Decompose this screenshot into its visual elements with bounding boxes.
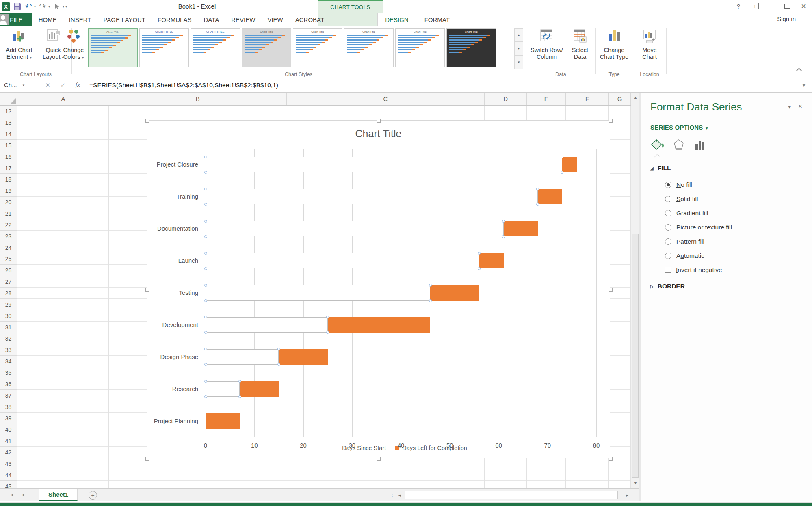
chart-frame-handle[interactable] <box>609 457 613 461</box>
fill-option-picture-or-texture-fill[interactable]: Picture or texture fill <box>665 220 802 234</box>
checkbox-icon[interactable] <box>665 267 671 273</box>
bar-days-left[interactable] <box>206 413 240 429</box>
selection-handle[interactable] <box>277 363 280 366</box>
next-sheet-icon[interactable]: ▸ <box>23 492 25 497</box>
tab-formulas[interactable]: FORMULAS <box>152 13 197 26</box>
horizontal-scroll-thumb[interactable] <box>405 491 618 499</box>
tab-home[interactable]: HOME <box>32 13 63 26</box>
row-header-42[interactable]: 42 <box>0 447 17 458</box>
expand-formula-bar-icon[interactable]: ▼ <box>796 78 812 92</box>
row-header-35[interactable]: 35 <box>0 367 17 378</box>
selection-handle[interactable] <box>204 252 207 255</box>
save-icon[interactable] <box>13 2 22 11</box>
row-header-31[interactable]: 31 <box>0 322 17 333</box>
column-header-F[interactable]: F <box>566 93 609 105</box>
name-box-caret-icon[interactable]: ▾ <box>23 83 25 87</box>
chart-frame-handle[interactable] <box>609 119 613 123</box>
fill-option-automatic[interactable]: Automatic <box>665 249 802 263</box>
add-chart-element-button[interactable]: Add Chart Element ▾ <box>2 28 36 71</box>
fill-line-tab-icon[interactable] <box>650 138 665 153</box>
selection-handle[interactable] <box>238 395 241 398</box>
formula-input[interactable]: =SERIES(Sheet1!$B$1,Sheet1!$A$2:$A$10,Sh… <box>85 78 796 92</box>
bar-days-since-start[interactable] <box>206 253 479 268</box>
row-header-27[interactable]: 27 <box>0 276 17 288</box>
radio-icon[interactable] <box>665 210 671 216</box>
effects-tab-icon[interactable] <box>671 138 686 153</box>
selection-handle[interactable] <box>204 316 207 318</box>
selection-handle[interactable] <box>204 380 207 383</box>
previous-sheet-icon[interactable]: ◂ <box>11 492 13 497</box>
row-header-30[interactable]: 30 <box>0 310 17 322</box>
minimize-icon[interactable]: — <box>766 2 776 11</box>
tab-data[interactable]: DATA <box>197 13 225 26</box>
switch-row-column-button[interactable]: Switch Row/ Column <box>528 28 565 71</box>
bar-days-since-start[interactable] <box>206 157 562 172</box>
row-header-45[interactable]: 45 <box>0 481 17 488</box>
row-header-13[interactable]: 13 <box>0 117 17 128</box>
redo-caret-icon[interactable]: ▾ <box>48 5 50 9</box>
row-header-44[interactable]: 44 <box>0 469 17 481</box>
bar-days-left[interactable] <box>430 285 479 301</box>
selection-handle[interactable] <box>204 220 207 223</box>
touch-mouse-mode-icon[interactable] <box>52 2 61 11</box>
row-header-15[interactable]: 15 <box>0 140 17 151</box>
gallery-more-icon[interactable]: ▼ <box>514 56 523 69</box>
tab-design[interactable]: DESIGN <box>377 13 416 26</box>
fill-option-solid-fill[interactable]: Solid fill <box>665 192 802 206</box>
row-header-39[interactable]: 39 <box>0 413 17 424</box>
radio-icon[interactable] <box>665 224 671 231</box>
selection-handle[interactable] <box>536 203 539 206</box>
select-all-corner[interactable] <box>0 93 17 105</box>
help-icon[interactable]: ? <box>733 2 744 11</box>
chart-frame-handle[interactable] <box>377 119 381 123</box>
chart-frame-handle[interactable] <box>145 288 149 292</box>
row-header-26[interactable]: 26 <box>0 265 17 276</box>
selection-handle[interactable] <box>204 395 207 398</box>
selection-handle[interactable] <box>204 156 207 158</box>
selection-handle[interactable] <box>429 284 432 287</box>
bar-days-left[interactable] <box>504 221 538 236</box>
radio-icon[interactable] <box>665 238 671 245</box>
close-icon[interactable]: × <box>798 2 809 11</box>
row-header-34[interactable]: 34 <box>0 356 17 367</box>
selection-handle[interactable] <box>204 203 207 206</box>
row-header-29[interactable]: 29 <box>0 299 17 310</box>
selection-handle[interactable] <box>204 348 207 350</box>
tab-acrobat[interactable]: ACROBAT <box>289 13 330 26</box>
row-header-18[interactable]: 18 <box>0 174 17 185</box>
radio-icon[interactable] <box>665 182 671 188</box>
bar-days-since-start[interactable] <box>206 381 240 397</box>
sign-in-link[interactable]: Sign in <box>777 15 796 22</box>
row-header-16[interactable]: 16 <box>0 151 17 162</box>
select-data-button[interactable]: Select Data <box>567 28 593 71</box>
selection-handle[interactable] <box>204 331 207 334</box>
selection-handle[interactable] <box>204 363 207 366</box>
series-options-header[interactable]: SERIES OPTIONS ▼ <box>650 124 802 131</box>
selection-handle[interactable] <box>204 171 207 174</box>
sheet-tab-sheet1[interactable]: Sheet1 <box>39 489 78 501</box>
fill-option-gradient-fill[interactable]: Gradient fill <box>665 206 802 220</box>
tab-format[interactable]: FORMAT <box>416 13 458 26</box>
column-header-E[interactable]: E <box>527 93 566 105</box>
tab-insert[interactable]: INSERT <box>63 13 97 26</box>
column-header-B[interactable]: B <box>109 93 287 105</box>
bar-days-since-start[interactable] <box>206 285 430 301</box>
name-box[interactable]: Ch... ▾ <box>0 78 40 92</box>
chart-frame-handle[interactable] <box>377 457 381 461</box>
enter-icon[interactable]: ✓ <box>61 82 66 89</box>
chart-style-thumbnail-8[interactable]: Chart Title <box>446 28 496 67</box>
undo-icon[interactable]: ↶ <box>24 2 33 11</box>
selection-handle[interactable] <box>429 299 432 302</box>
panel-close-icon[interactable]: × <box>798 102 802 110</box>
splitter-dots-icon[interactable]: ⋮ <box>390 492 395 497</box>
row-header-38[interactable]: 38 <box>0 401 17 413</box>
row-header-28[interactable]: 28 <box>0 288 17 299</box>
undo-caret-icon[interactable]: ▾ <box>34 5 36 9</box>
selection-handle[interactable] <box>561 171 563 174</box>
row-header-43[interactable]: 43 <box>0 458 17 469</box>
row-header-19[interactable]: 19 <box>0 185 17 197</box>
bar-days-left[interactable] <box>538 189 562 204</box>
change-chart-type-button[interactable]: Change Chart Type <box>598 28 630 71</box>
bar-days-left[interactable] <box>562 157 577 172</box>
bar-days-since-start[interactable] <box>206 189 538 204</box>
